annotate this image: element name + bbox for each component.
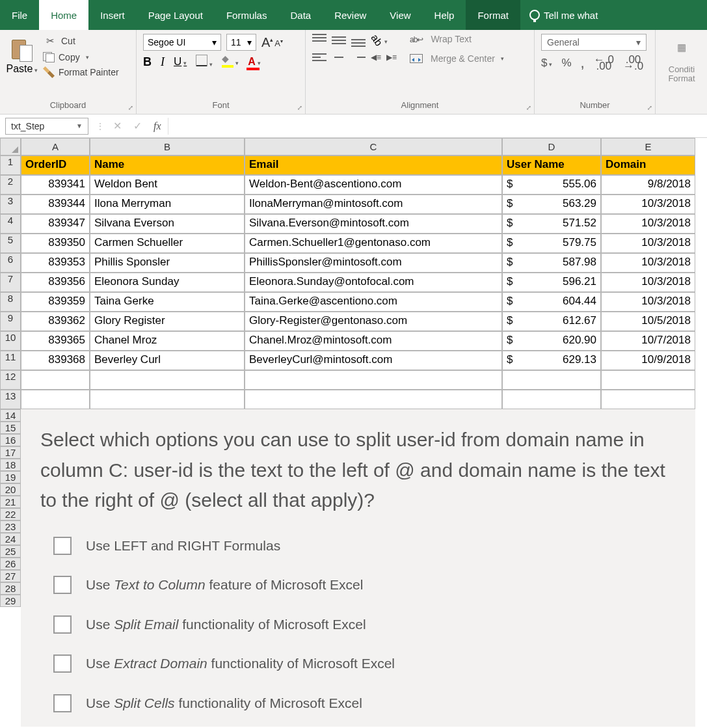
increase-indent-button[interactable]: ▶≡ — [386, 53, 397, 62]
cell-b13[interactable] — [90, 390, 245, 409]
decrease-font-button[interactable]: A▾ — [274, 38, 283, 48]
wrap-text-button[interactable]: Wrap Text — [410, 34, 504, 44]
cell-c4[interactable]: Silvana.Everson@mintosoft.com — [245, 214, 502, 234]
row-header-27[interactable]: 27 — [0, 570, 21, 582]
font-name-select[interactable]: Segoe UI▾ — [143, 34, 221, 51]
row-header-12[interactable]: 12 — [0, 370, 21, 390]
row-header-5[interactable]: 5 — [0, 234, 21, 253]
cell-e7[interactable]: 10/3/2018 — [601, 273, 695, 292]
row-header-17[interactable]: 17 — [0, 446, 21, 459]
group-title-clipboard[interactable]: Clipboard — [7, 98, 129, 114]
cell-b1[interactable]: Name — [90, 155, 245, 175]
cell-b6[interactable]: Phillis Sponsler — [90, 253, 245, 273]
cell-c2[interactable]: Weldon-Bent@ascentiono.com — [245, 175, 502, 195]
cell-e1[interactable]: Domain — [601, 155, 695, 175]
row-header-19[interactable]: 19 — [0, 471, 21, 483]
decrease-decimal-button[interactable]: .00→.0 — [623, 57, 643, 70]
borders-button[interactable] — [196, 55, 213, 69]
tab-review[interactable]: Review — [323, 0, 378, 30]
enter-icon[interactable]: ✓ — [133, 120, 142, 132]
cell-e8[interactable]: 10/3/2018 — [601, 292, 695, 312]
conditional-formatting-icon[interactable]: ▦ — [668, 34, 695, 61]
cell-b7[interactable]: Eleonora Sunday — [90, 273, 245, 292]
orientation-button[interactable]: ab — [371, 34, 388, 46]
cell-a7[interactable]: 839356 — [21, 273, 90, 292]
cell-c3[interactable]: IlonaMerryman@mintosoft.com — [245, 195, 502, 214]
copy-button[interactable]: Copy — [43, 52, 119, 62]
group-title-font[interactable]: Font — [143, 98, 299, 114]
cell-a2[interactable]: 839341 — [21, 175, 90, 195]
row-header-21[interactable]: 21 — [0, 496, 21, 508]
cell-e3[interactable]: 10/3/2018 — [601, 195, 695, 214]
cell-a4[interactable]: 839347 — [21, 214, 90, 234]
cell-b8[interactable]: Taina Gerke — [90, 292, 245, 312]
group-title-alignment[interactable]: Alignment — [312, 98, 527, 114]
row-header-2[interactable]: 2 — [0, 175, 21, 195]
cell-d3[interactable]: $563.29 — [502, 195, 601, 214]
align-left-button[interactable] — [312, 51, 327, 64]
cell-c10[interactable]: Chanel.Mroz@mintosoft.com — [245, 331, 502, 351]
fx-icon[interactable]: fx — [153, 120, 161, 132]
col-header-a[interactable]: A — [21, 138, 90, 155]
decrease-indent-button[interactable]: ◀≡ — [371, 53, 381, 62]
row-header-10[interactable]: 10 — [0, 331, 21, 351]
merge-center-button[interactable]: Merge & Center — [410, 53, 504, 64]
row-header-15[interactable]: 15 — [0, 422, 21, 434]
formula-bar-input[interactable] — [168, 118, 707, 135]
cell-e2[interactable]: 9/8/2018 — [601, 175, 695, 195]
cell-b3[interactable]: Ilona Merryman — [90, 195, 245, 214]
cell-b4[interactable]: Silvana Everson — [90, 214, 245, 234]
align-bottom-button[interactable] — [351, 34, 366, 47]
cell-c9[interactable]: Glory-Register@gentonaso.com — [245, 312, 502, 331]
cell-c13[interactable] — [245, 390, 502, 409]
cell-c5[interactable]: Carmen.Schueller1@gentonaso.com — [245, 234, 502, 253]
tab-page-layout[interactable]: Page Layout — [137, 0, 215, 30]
cell-c1[interactable]: Email — [245, 155, 502, 175]
cell-e5[interactable]: 10/3/2018 — [601, 234, 695, 253]
cell-a11[interactable]: 839368 — [21, 351, 90, 370]
cell-d5[interactable]: $579.75 — [502, 234, 601, 253]
cell-a12[interactable] — [21, 370, 90, 390]
cell-d2[interactable]: $555.06 — [502, 175, 601, 195]
cell-e4[interactable]: 10/3/2018 — [601, 214, 695, 234]
row-header-26[interactable]: 26 — [0, 558, 21, 570]
cell-d10[interactable]: $620.90 — [502, 331, 601, 351]
col-header-b[interactable]: B — [90, 138, 245, 155]
cell-d7[interactable]: $596.21 — [502, 273, 601, 292]
tell-me-search[interactable]: Tell me what — [520, 0, 603, 30]
row-header-4[interactable]: 4 — [0, 214, 21, 234]
row-header-1[interactable]: 1 — [0, 155, 21, 175]
cell-d12[interactable] — [502, 370, 601, 390]
row-header-24[interactable]: 24 — [0, 533, 21, 545]
cell-e6[interactable]: 10/3/2018 — [601, 253, 695, 273]
underline-button[interactable]: U — [174, 55, 187, 68]
cell-e11[interactable]: 10/9/2018 — [601, 351, 695, 370]
group-title-number[interactable]: Number — [541, 98, 648, 114]
cell-c8[interactable]: Taina.Gerke@ascentiono.com — [245, 292, 502, 312]
cell-c11[interactable]: BeverleyCurl@mintosoft.com — [245, 351, 502, 370]
cell-d11[interactable]: $629.13 — [502, 351, 601, 370]
row-header-8[interactable]: 8 — [0, 292, 21, 312]
cell-e12[interactable] — [601, 370, 695, 390]
tab-insert[interactable]: Insert — [88, 0, 137, 30]
align-top-button[interactable] — [312, 34, 327, 47]
row-header-18[interactable]: 18 — [0, 459, 21, 471]
row-header-22[interactable]: 22 — [0, 508, 21, 520]
row-header-25[interactable]: 25 — [0, 545, 21, 558]
checkbox-3[interactable] — [53, 615, 72, 634]
row-header-3[interactable]: 3 — [0, 195, 21, 214]
tab-home[interactable]: Home — [39, 0, 88, 30]
cell-a3[interactable]: 839344 — [21, 195, 90, 214]
cell-c6[interactable]: PhillisSponsler@mintosoft.com — [245, 253, 502, 273]
increase-decimal-button[interactable]: ←.0.00 — [594, 57, 614, 70]
paste-button[interactable]: Paste — [7, 37, 38, 75]
cell-d8[interactable]: $604.44 — [502, 292, 601, 312]
tab-formulas[interactable]: Formulas — [215, 0, 279, 30]
cell-d4[interactable]: $571.52 — [502, 214, 601, 234]
increase-font-button[interactable]: A▴ — [261, 35, 273, 50]
cell-a13[interactable] — [21, 390, 90, 409]
percent-format-button[interactable]: % — [561, 57, 571, 70]
col-header-d[interactable]: D — [502, 138, 601, 155]
cell-b9[interactable]: Glory Register — [90, 312, 245, 331]
row-header-9[interactable]: 9 — [0, 312, 21, 331]
